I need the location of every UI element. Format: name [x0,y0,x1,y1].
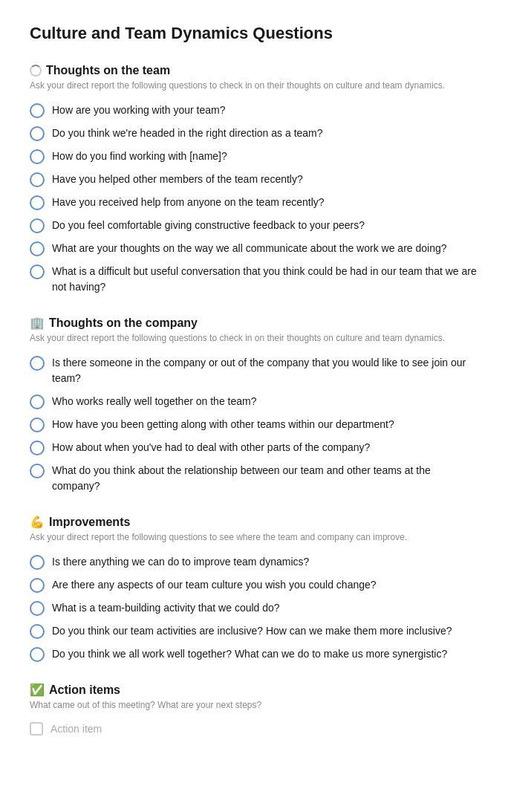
question-checkbox[interactable] [30,441,45,455]
question-text: Are there any aspects of our team cultur… [52,577,377,593]
question-checkbox[interactable] [30,418,45,432]
question-text: Have you received help from anyone on th… [52,195,325,210]
section-title-thoughts-team: Thoughts on the team [46,64,170,77]
question-checkbox[interactable] [30,149,45,164]
question-checkbox[interactable] [30,218,45,233]
list-item: Is there anything we can do to improve t… [30,551,478,573]
question-text: Is there anything we can do to improve t… [52,554,309,570]
section-header-improvements: 💪Improvements [30,515,478,529]
section-description-thoughts-company: Ask your direct report the following que… [30,333,478,343]
question-checkbox[interactable] [30,624,45,639]
question-checkbox[interactable] [30,555,45,570]
question-list-thoughts-company: Is there someone in the company or out o… [30,352,478,497]
section-title-thoughts-company: Thoughts on the company [49,316,198,330]
action-items-description: What came out of this meeting? What are … [30,700,478,710]
question-checkbox[interactable] [30,126,45,141]
section-thoughts-company: 🏢Thoughts on the companyAsk your direct … [30,316,478,497]
action-items-section: ✅ Action items What came out of this mee… [30,683,478,738]
list-item: Do you feel comfortable giving construct… [30,215,478,236]
list-item: How do you find working with [name]? [30,146,478,167]
section-title-improvements: Improvements [49,516,130,529]
spinner-icon [30,65,42,77]
list-item: Who works really well together on the te… [30,391,478,412]
section-icon-thoughts-company: 🏢 [30,316,45,330]
question-list-thoughts-team: How are you working with your team?Do yo… [30,100,478,298]
question-checkbox[interactable] [30,394,45,409]
question-checkbox[interactable] [30,647,45,662]
question-text: What is a difficult but useful conversat… [52,264,478,295]
question-text: What do you think about the relationship… [52,463,478,494]
list-item: Have you received help from anyone on th… [30,192,478,213]
list-item: What are your thoughts on the way we all… [30,238,478,259]
action-items-header: ✅ Action items [30,683,478,697]
section-thoughts-team: Thoughts on the teamAsk your direct repo… [30,64,478,298]
question-checkbox[interactable] [30,578,45,593]
question-checkbox[interactable] [30,172,45,187]
question-text: How have you been getting along with oth… [52,417,394,432]
list-item: Is there someone in the company or out o… [30,352,478,389]
section-header-thoughts-company: 🏢Thoughts on the company [30,316,478,330]
question-text: Is there someone in the company or out o… [52,355,478,386]
question-text: How about when you've had to deal with o… [52,440,370,455]
section-header-thoughts-team: Thoughts on the team [30,64,478,77]
question-checkbox[interactable] [30,464,45,478]
list-item: What do you think about the relationship… [30,460,478,497]
section-improvements: 💪ImprovementsAsk your direct report the … [30,515,478,665]
list-item: Do you think we all work well together? … [30,643,478,665]
question-text: What are your thoughts on the way we all… [52,241,447,256]
list-item: Do you think our team activities are inc… [30,620,478,642]
question-checkbox[interactable] [30,241,45,256]
section-description-thoughts-team: Ask your direct report the following que… [30,80,478,91]
question-text: How do you find working with [name]? [52,149,227,164]
question-text: Do you think we're headed in the right d… [52,126,323,141]
page-title: Culture and Team Dynamics Questions [30,24,478,43]
action-items-icon: ✅ [30,683,45,697]
question-text: Do you think we all work well together? … [52,646,447,662]
list-item: How about when you've had to deal with o… [30,437,478,458]
section-icon-improvements: 💪 [30,515,45,529]
question-checkbox[interactable] [30,264,45,279]
question-text: How are you working with your team? [52,103,225,118]
list-item: Have you helped other members of the tea… [30,169,478,190]
action-item-placeholder[interactable]: Action item [51,723,102,735]
question-text: Have you helped other members of the tea… [52,172,303,187]
action-items-title: Action items [49,683,120,697]
question-text: Do you think our team activities are inc… [52,623,452,639]
list-item: Are there any aspects of our team cultur… [30,574,478,596]
list-item: What is a difficult but useful conversat… [30,261,478,298]
action-item-checkbox[interactable] [30,722,43,735]
list-item: How are you working with your team? [30,100,478,121]
question-text: What is a team-building activity that we… [52,600,280,616]
section-description-improvements: Ask your direct report the following que… [30,532,478,542]
question-text: Do you feel comfortable giving construct… [52,218,365,233]
action-item: Action item [30,719,478,738]
question-checkbox[interactable] [30,601,45,616]
question-checkbox[interactable] [30,356,45,371]
list-item: Do you think we're headed in the right d… [30,123,478,144]
list-item: What is a team-building activity that we… [30,597,478,619]
question-list-improvements: Is there anything we can do to improve t… [30,551,478,665]
question-checkbox[interactable] [30,103,45,118]
list-item: How have you been getting along with oth… [30,414,478,435]
question-text: Who works really well together on the te… [52,394,256,409]
question-checkbox[interactable] [30,195,45,210]
